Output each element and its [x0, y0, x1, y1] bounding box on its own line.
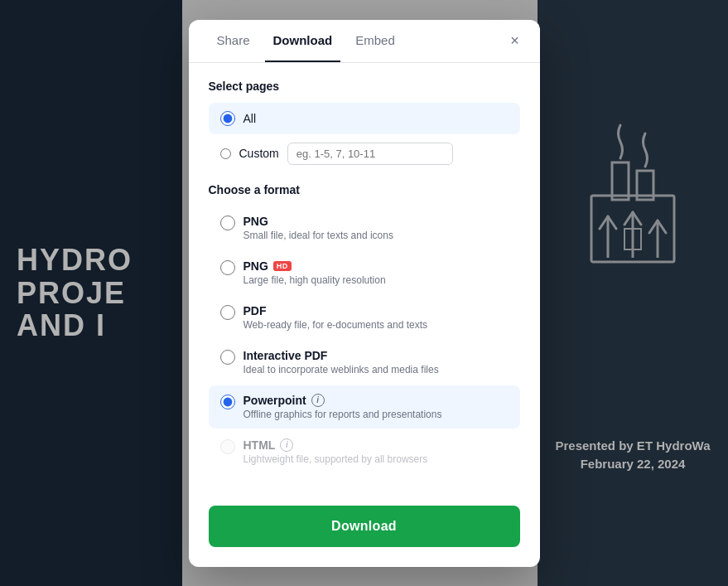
format-png-hd-desc: Large file, high quality resolution	[243, 274, 386, 286]
format-png-hd-radio[interactable]	[220, 260, 235, 275]
download-button[interactable]: Download	[209, 506, 520, 547]
choose-format-label: Choose a format	[209, 183, 520, 196]
select-pages-label: Select pages	[209, 80, 520, 93]
modal-tabs: Share Download Embed ×	[189, 20, 540, 63]
pages-all-option[interactable]: All	[209, 103, 520, 134]
format-html-text: HTML i Lightweight file, supported by al…	[243, 438, 428, 465]
pages-custom-row: Custom	[209, 138, 520, 170]
modal-body: Select pages All Custom Choose a format …	[189, 63, 540, 492]
format-html-name: HTML i	[243, 438, 428, 452]
tab-embed[interactable]: Embed	[347, 20, 403, 62]
format-interactive-pdf-radio[interactable]	[220, 350, 235, 365]
tab-download[interactable]: Download	[265, 20, 341, 62]
hd-badge: HD	[273, 261, 292, 271]
format-html-option: HTML i Lightweight file, supported by al…	[209, 430, 520, 473]
modal-overlay: Share Download Embed × Select pages All …	[0, 0, 728, 586]
format-interactive-pdf-text: Interactive PDF Ideal to incorporate web…	[243, 349, 439, 375]
format-interactive-pdf-option[interactable]: Interactive PDF Ideal to incorporate web…	[209, 341, 520, 384]
pages-custom-radio[interactable]	[220, 148, 231, 159]
format-pdf-name: PDF	[243, 304, 428, 317]
format-interactive-pdf-name: Interactive PDF	[243, 349, 439, 362]
format-png-hd-name: PNG HD	[243, 259, 386, 273]
modal-dialog: Share Download Embed × Select pages All …	[189, 20, 540, 567]
format-png-desc: Small file, ideal for texts and icons	[243, 230, 393, 241]
format-pdf-radio[interactable]	[220, 305, 235, 320]
format-png-option[interactable]: PNG Small file, ideal for texts and icon…	[209, 206, 520, 249]
format-powerpoint-desc: Offline graphics for reports and present…	[243, 409, 442, 420]
format-pdf-desc: Web-ready file, for e-documents and text…	[243, 319, 428, 331]
format-html-radio	[220, 439, 235, 454]
pages-all-radio[interactable]	[220, 111, 235, 126]
pages-custom-input[interactable]	[287, 143, 453, 165]
pages-all-label: All	[243, 112, 257, 125]
close-button[interactable]: ×	[504, 29, 527, 52]
html-info-icon: i	[280, 438, 293, 452]
format-interactive-pdf-desc: Ideal to incorporate weblinks and media …	[243, 364, 439, 375]
format-powerpoint-text: Powerpoint i Offline graphics for report…	[243, 394, 442, 420]
format-png-text: PNG Small file, ideal for texts and icon…	[243, 215, 393, 241]
format-html-desc: Lightweight file, supported by all brows…	[243, 453, 428, 465]
format-png-hd-text: PNG HD Large file, high quality resoluti…	[243, 259, 386, 286]
format-png-radio[interactable]	[220, 216, 235, 230]
format-pdf-text: PDF Web-ready file, for e-documents and …	[243, 304, 428, 331]
format-png-hd-option[interactable]: PNG HD Large file, high quality resoluti…	[209, 251, 520, 294]
tab-share[interactable]: Share	[209, 20, 258, 62]
format-powerpoint-name: Powerpoint i	[243, 394, 442, 407]
format-png-name: PNG	[243, 215, 393, 228]
pages-custom-label: Custom	[239, 147, 279, 160]
modal-footer: Download	[189, 492, 540, 567]
format-powerpoint-option[interactable]: Powerpoint i Offline graphics for report…	[209, 385, 520, 429]
format-pdf-option[interactable]: PDF Web-ready file, for e-documents and …	[209, 296, 520, 339]
format-powerpoint-radio[interactable]	[220, 395, 235, 409]
powerpoint-info-icon[interactable]: i	[311, 394, 325, 407]
